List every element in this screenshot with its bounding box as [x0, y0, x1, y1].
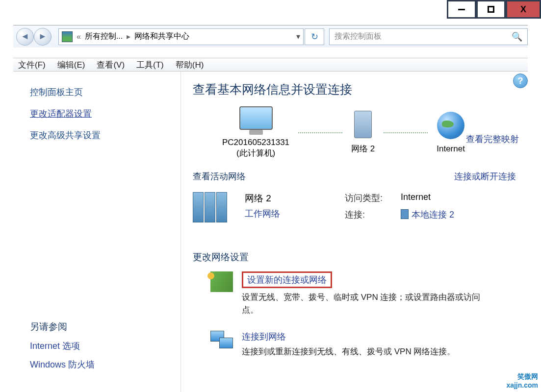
internet-label: Internet: [437, 144, 465, 154]
option-connect-title: 连接到网络: [242, 332, 286, 342]
connection-value: 本地连接 2: [412, 210, 454, 220]
node-network-device: 网络 2: [351, 111, 375, 154]
minimize-icon: [458, 9, 465, 10]
close-button[interactable]: X: [506, 0, 541, 19]
watermark-line2: xajjn.com: [506, 381, 538, 389]
menu-tools[interactable]: 工具(T): [136, 59, 164, 71]
access-type-label: 访问类型:: [345, 192, 389, 204]
access-type-value: Internet: [401, 192, 431, 204]
plug-icon: [210, 271, 233, 292]
screens-icon: [210, 331, 233, 351]
help-icon[interactable]: ?: [513, 74, 528, 88]
pc-name: PC201605231331: [222, 138, 289, 147]
option-connect-to-network[interactable]: 连接到网络 连接到或重新连接到无线、有线、拨号或 VPN 网络连接。: [193, 331, 516, 358]
menu-view[interactable]: 查看(V): [97, 59, 125, 71]
minimize-button[interactable]: [447, 0, 476, 19]
sidebar: 控制面板主页 更改适配器设置 更改高级共享设置 另请参阅 Internet 选项…: [13, 72, 181, 392]
arrow-right-icon: ►: [38, 31, 47, 42]
sidebar-home[interactable]: 控制面板主页: [30, 86, 164, 98]
globe-icon: [437, 112, 464, 139]
search-placeholder: 搜索控制面板: [335, 31, 382, 42]
link-line-icon: [298, 132, 342, 133]
see-also-section: 另请参阅 Internet 选项 Windows 防火墙: [30, 320, 164, 377]
building-icon: [193, 192, 233, 227]
active-network-block: 网络 2 工作网络 访问类型: Internet 连接: 本地连接 2: [193, 192, 516, 227]
connection-label: 连接:: [345, 209, 389, 220]
sidebar-adapter-settings[interactable]: 更改适配器设置: [30, 108, 164, 120]
maximize-icon: [488, 6, 494, 13]
breadcrumb-parent[interactable]: 所有控制...: [85, 31, 123, 42]
back-button[interactable]: ◄: [16, 28, 34, 46]
menu-bar: 文件(F) 编辑(E) 查看(V) 工具(T) 帮助(H): [13, 58, 528, 72]
network-device-label: 网络 2: [351, 143, 375, 154]
breadcrumb-current[interactable]: 网络和共享中心: [134, 31, 189, 42]
nic-icon: [401, 209, 409, 219]
watermark: 笑傲网 xajjn.com: [506, 372, 538, 389]
address-icon: [62, 31, 73, 42]
close-icon: X: [520, 4, 526, 15]
menu-help[interactable]: 帮助(H): [176, 59, 204, 71]
search-icon: 🔍: [512, 31, 522, 42]
chevron-right-icon: ▸: [127, 32, 130, 41]
watermark-line1: 笑傲网: [506, 372, 538, 381]
search-input[interactable]: 搜索控制面板 🔍: [329, 28, 528, 45]
forward-button[interactable]: ►: [34, 28, 52, 46]
explorer-toolbar: ◄ ► « 所有控制... ▸ 网络和共享中心 ▾ ↻ 搜索控制面板 🔍: [13, 25, 528, 48]
active-net-type[interactable]: 工作网络: [245, 208, 309, 220]
change-settings-header: 更改网络设置: [193, 251, 516, 264]
content-panel: ? 查看基本网络信息并设置连接 查看完整映射 PC201605231331 (此…: [181, 72, 528, 392]
link-full-map[interactable]: 查看完整映射: [466, 133, 519, 145]
option-setup-desc: 设置无线、宽带、拨号、临时或 VPN 连接；或设置路由器或访问点。: [242, 291, 497, 316]
link-connect-disconnect[interactable]: 连接或断开连接: [454, 171, 516, 182]
see-also-title: 另请参阅: [30, 320, 164, 333]
window-caption-buttons: X: [447, 0, 541, 19]
page-title: 查看基本网络信息并设置连接: [193, 81, 516, 98]
node-internet: Internet: [437, 112, 465, 154]
menu-file[interactable]: 文件(F): [18, 59, 46, 71]
address-prefix: «: [77, 32, 81, 41]
address-dropdown-icon[interactable]: ▾: [296, 32, 300, 41]
refresh-button[interactable]: ↻: [305, 28, 324, 45]
option-connect-desc: 连接到或重新连接到无线、有线、拨号或 VPN 网络连接。: [242, 345, 455, 358]
network-map: PC201605231331 (此计算机) 网络 2 Internet: [222, 106, 516, 159]
monitor-icon: [239, 106, 273, 130]
link-internet-options[interactable]: Internet 选项: [30, 340, 164, 352]
network-device-icon: [354, 111, 372, 138]
this-pc-label: (此计算机): [236, 147, 275, 159]
refresh-icon: ↻: [311, 31, 318, 42]
active-networks-header: 查看活动网络: [193, 171, 246, 182]
maximize-button[interactable]: [476, 0, 506, 19]
active-net-name: 网络 2: [245, 192, 309, 205]
arrow-left-icon: ◄: [21, 31, 29, 42]
sidebar-advanced-sharing[interactable]: 更改高级共享设置: [30, 129, 164, 141]
option-setup-title: 设置新的连接或网络: [242, 271, 332, 288]
link-windows-firewall[interactable]: Windows 防火墙: [30, 359, 164, 370]
node-this-pc: PC201605231331 (此计算机): [222, 106, 289, 159]
address-bar[interactable]: « 所有控制... ▸ 网络和共享中心 ▾: [58, 28, 304, 45]
main-content: 控制面板主页 更改适配器设置 更改高级共享设置 另请参阅 Internet 选项…: [13, 72, 528, 392]
menu-edit[interactable]: 编辑(E): [57, 59, 85, 71]
link-line-icon: [384, 132, 428, 133]
connection-link[interactable]: 本地连接 2: [401, 209, 454, 220]
option-setup-new-connection[interactable]: 设置新的连接或网络 设置无线、宽带、拨号、临时或 VPN 连接；或设置路由器或访…: [193, 271, 516, 316]
